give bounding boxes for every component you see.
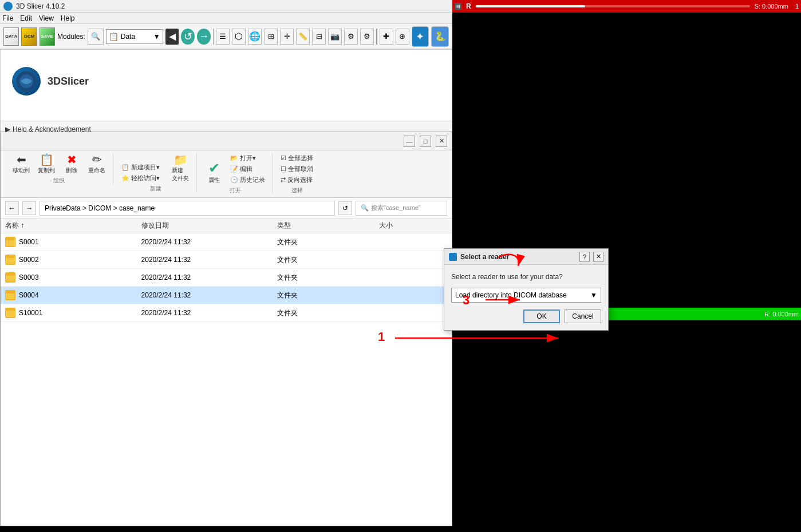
star-icon[interactable]: ✦: [412, 26, 429, 47]
col-name-header[interactable]: 名称 ↑: [5, 221, 141, 231]
dialog-question-btn[interactable]: ?: [579, 252, 590, 262]
save-icon[interactable]: SAVE: [40, 27, 55, 46]
col-type-header[interactable]: 类型: [277, 221, 379, 231]
red-slice-header: ⊟ R S: 0.000mm 1: [452, 0, 801, 13]
file-row[interactable]: S0001 2020/2/24 11:32 文件夹: [1, 233, 452, 251]
menu-help[interactable]: Help: [61, 14, 75, 22]
cube-icon[interactable]: ⬡: [232, 29, 246, 45]
red-slice-ctrl[interactable]: ⊟: [455, 3, 461, 10]
dialog-titlebar: Select a reader ? ✕: [444, 249, 608, 265]
reader-dialog: Select a reader ? ✕ Select a reader to u…: [444, 248, 609, 331]
file-type-cell: 文件夹: [277, 291, 379, 300]
ok-btn[interactable]: OK: [523, 309, 560, 323]
ribbon-toolbar: ⬅ 移动到 📋 复制到 ✖ 删除 ✏ 重命名 组织: [1, 150, 452, 198]
search-icon: 🔍: [361, 204, 369, 212]
dialog-buttons: OK Cancel: [451, 309, 601, 323]
module-search-btn[interactable]: 🔍: [88, 29, 104, 45]
data-icon[interactable]: DATA: [3, 27, 19, 46]
dialog-close-btn[interactable]: ✕: [593, 252, 603, 262]
properties-btn[interactable]: ✔ 属性: [203, 160, 226, 185]
select-group-label: 选择: [291, 186, 303, 194]
copy-to-label: 复制到: [38, 166, 55, 174]
dcm-icon[interactable]: DCM: [21, 27, 37, 46]
invert-select-btn[interactable]: ⇄ 反向选择: [278, 174, 315, 185]
back-nav-btn[interactable]: ←: [5, 201, 19, 215]
reader-dropdown[interactable]: Load directory into DICOM database ▼: [451, 288, 601, 303]
col-type-label: 类型: [277, 221, 291, 229]
rename-icon: ✏: [92, 154, 102, 165]
menu-bar: File Edit View Help: [0, 13, 452, 24]
cam-icon[interactable]: 📷: [328, 29, 342, 45]
properties-icon: ✔: [208, 161, 220, 175]
extra-icon[interactable]: ⊕: [396, 29, 409, 45]
ribbon-group-open: ✔ 属性 📂 打开▾ 📝 编辑 🕒 历史记录 打开: [198, 153, 273, 194]
settings-icon[interactable]: ⚙: [344, 29, 358, 45]
delete-btn[interactable]: ✖ 删除: [60, 153, 83, 176]
file-date-cell: 2020/2/24 11:32: [141, 238, 278, 246]
menu-view[interactable]: View: [39, 14, 54, 22]
new-folder-btn[interactable]: 📁 新建文件夹: [169, 153, 192, 184]
green-slice-view: [452, 320, 801, 532]
dropdown-chevron: ▼: [590, 291, 597, 299]
slicer-title: 3DSlicer: [48, 76, 89, 88]
cancel-btn[interactable]: Cancel: [565, 309, 601, 323]
modules-label: Modules:: [57, 33, 85, 41]
folder-icon: [5, 308, 15, 318]
nav-back-btn[interactable]: ◀: [165, 29, 179, 45]
nav-forward-btn[interactable]: ↺: [181, 29, 195, 45]
module-dropdown[interactable]: 📋 Data ▼: [106, 29, 163, 44]
move-to-btn[interactable]: ⬅ 移动到: [10, 153, 33, 176]
file-name-cell: S10001: [5, 308, 141, 318]
file-date-cell: 2020/2/24 11:32: [141, 273, 278, 281]
col-size-header[interactable]: 大小: [379, 221, 447, 231]
window-icon[interactable]: ⊟: [312, 29, 326, 45]
main-toolbar: DATA DCM SAVE Modules: 🔍 📋 Data ▼ ◀ ↺ → …: [0, 24, 452, 49]
file-name-cell: S0002: [5, 255, 141, 265]
easy-access-btn[interactable]: ⭐ 轻松访问▾: [119, 173, 162, 184]
search-box[interactable]: 🔍 搜索"case_name": [356, 201, 447, 216]
select-all-btn[interactable]: ☑ 全部选择: [278, 153, 315, 164]
file-name-cell: S0003: [5, 272, 141, 283]
crosshair-icon[interactable]: ✛: [280, 29, 294, 45]
deselect-all-btn[interactable]: ☐ 全部取消: [278, 164, 315, 174]
ruler-icon[interactable]: 📏: [296, 29, 310, 45]
ribbon-open-buttons: ✔ 属性 📂 打开▾ 📝 编辑 🕒 历史记录: [203, 153, 267, 185]
app-titlebar: 3D Slicer 4.10.2: [0, 0, 452, 13]
file-row[interactable]: S0002 2020/2/24 11:32 文件夹: [1, 251, 452, 269]
open-btn[interactable]: 📂 打开▾: [228, 153, 267, 164]
separator2: [376, 29, 377, 45]
red-slice-num: 1: [795, 3, 799, 10]
list-icon[interactable]: ☰: [216, 29, 230, 45]
open-group-label: 打开: [230, 186, 241, 194]
settings2-icon[interactable]: ⚙: [360, 29, 374, 45]
grid-icon[interactable]: ⊞: [264, 29, 278, 45]
menu-edit[interactable]: Edit: [20, 14, 32, 22]
globe-icon[interactable]: 🌐: [248, 29, 262, 45]
move-to-label: 移动到: [13, 166, 30, 174]
close-btn[interactable]: ✕: [436, 136, 447, 147]
col-date-header[interactable]: 修改日期: [141, 221, 278, 231]
nav-arrow-btn[interactable]: →: [197, 29, 211, 45]
crosshair2-icon[interactable]: ✚: [380, 29, 393, 45]
refresh-btn[interactable]: ↺: [338, 201, 352, 215]
menu-file[interactable]: File: [2, 14, 13, 22]
file-row[interactable]: S0004 2020/2/24 11:32 文件夹: [1, 287, 452, 304]
maximize-btn[interactable]: □: [420, 136, 431, 147]
copy-to-btn[interactable]: 📋 复制到: [35, 153, 58, 176]
rename-label: 重命名: [88, 166, 105, 174]
separator1: [213, 29, 214, 45]
rename-btn[interactable]: ✏ 重命名: [85, 153, 108, 176]
breadcrumb[interactable]: PrivateData > DICOM > case_name: [40, 201, 335, 216]
forward-nav-btn[interactable]: →: [22, 201, 36, 215]
file-row[interactable]: S10001 2020/2/24 11:32 文件夹: [1, 304, 452, 322]
minimize-btn[interactable]: —: [404, 136, 415, 147]
python-icon[interactable]: 🐍: [431, 26, 449, 47]
file-row[interactable]: S0003 2020/2/24 11:32 文件夹: [1, 269, 452, 287]
organize-group-label: 组织: [53, 177, 65, 185]
history-btn[interactable]: 🕒 历史记录: [228, 174, 267, 185]
ribbon-group-select: ☑ 全部选择 ☐ 全部取消 ⇄ 反向选择 选择: [274, 153, 320, 194]
new-item-btn[interactable]: 📋 新建项目▾: [119, 162, 162, 173]
edit-btn[interactable]: 📝 编辑: [228, 164, 267, 174]
dialog-title-icon: [449, 253, 457, 261]
move-to-icon: ⬅: [17, 154, 26, 165]
